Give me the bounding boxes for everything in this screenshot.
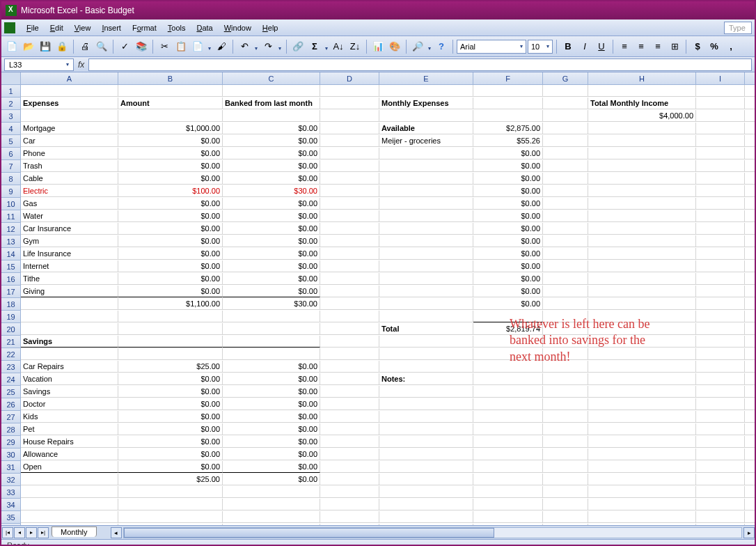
cell[interactable]: $0.00	[223, 123, 320, 134]
cell[interactable]: Gas	[21, 198, 118, 210]
tab-nav-next-icon[interactable]: ▸	[26, 527, 37, 538]
cell[interactable]: Trash	[21, 160, 118, 172]
menu-insert[interactable]: Insert	[96, 22, 127, 34]
cell[interactable]	[473, 511, 543, 523]
cell[interactable]	[473, 98, 543, 109]
cell[interactable]	[696, 298, 745, 310]
row-header[interactable]: 14	[1, 248, 21, 260]
cell[interactable]	[118, 85, 223, 97]
row-header[interactable]: 11	[1, 210, 21, 223]
row-header[interactable]: 26	[1, 398, 21, 411]
cell[interactable]: $0.00	[223, 461, 320, 473]
cell[interactable]	[320, 185, 379, 197]
cell[interactable]	[588, 499, 696, 510]
chart-wizard-icon[interactable]: 📊	[370, 39, 386, 54]
cell[interactable]	[588, 260, 696, 272]
cell[interactable]: $0.00	[473, 273, 543, 285]
cell[interactable]: Savings	[21, 386, 118, 398]
row-header[interactable]: 22	[1, 348, 21, 361]
cell[interactable]	[379, 286, 473, 297]
cell[interactable]: $0.00	[223, 135, 320, 147]
cell[interactable]: Meijer - groceries	[379, 135, 473, 147]
cell[interactable]: $0.00	[223, 398, 320, 410]
cell[interactable]	[588, 123, 696, 134]
menu-data[interactable]: Data	[191, 22, 218, 34]
cell[interactable]	[21, 474, 118, 485]
cell[interactable]: $0.00	[223, 474, 320, 485]
cell[interactable]: $55.26	[473, 135, 543, 147]
cell[interactable]: $0.00	[473, 235, 543, 247]
help-type-box[interactable]: Type	[724, 22, 752, 34]
cell[interactable]: Internet	[21, 260, 118, 272]
cell[interactable]: $0.00	[223, 198, 320, 210]
cell[interactable]	[320, 323, 379, 335]
cell[interactable]	[745, 148, 755, 159]
column-header[interactable]: F	[473, 72, 543, 85]
cell[interactable]	[379, 398, 473, 410]
cell[interactable]: $0.00	[473, 173, 543, 185]
cell[interactable]	[223, 336, 320, 348]
cell[interactable]	[745, 298, 755, 310]
row-header[interactable]: 27	[1, 411, 21, 423]
cell[interactable]	[745, 486, 755, 498]
cell[interactable]	[696, 486, 745, 498]
cell[interactable]: $25.00	[118, 361, 223, 373]
cell[interactable]	[379, 474, 473, 485]
cell[interactable]	[588, 273, 696, 285]
align-center-icon[interactable]: ≡	[633, 39, 649, 54]
cell[interactable]: $100.00	[118, 185, 223, 197]
bold-icon[interactable]: B	[560, 39, 576, 54]
cell[interactable]: $0.00	[223, 235, 320, 247]
sheet-tab-monthly[interactable]: Monthly	[52, 526, 97, 537]
cell[interactable]	[223, 348, 320, 360]
spelling-icon[interactable]: ✓	[117, 39, 132, 54]
cell[interactable]	[473, 386, 543, 398]
cell[interactable]	[543, 348, 588, 360]
cell[interactable]	[379, 235, 473, 247]
new-icon[interactable]: 📄	[4, 39, 19, 54]
row-header[interactable]: 28	[1, 423, 21, 436]
cell[interactable]	[320, 160, 379, 172]
cell[interactable]: $0.00	[118, 135, 223, 147]
cell[interactable]	[543, 474, 588, 485]
cell[interactable]	[379, 361, 473, 373]
cell[interactable]: Notes:	[379, 373, 473, 385]
redo-dropdown[interactable]: ▾	[277, 41, 283, 52]
hyperlink-icon[interactable]: 🔗	[290, 39, 306, 54]
cell[interactable]: Monthly Expenses	[379, 98, 473, 109]
cell[interactable]	[320, 123, 379, 134]
cell[interactable]	[745, 123, 755, 134]
cell[interactable]	[320, 298, 379, 310]
cell[interactable]	[1, 72, 21, 85]
cell[interactable]	[588, 173, 696, 185]
cell[interactable]: Amount	[118, 98, 223, 109]
cell[interactable]	[21, 298, 118, 310]
cell[interactable]: Expenses	[21, 98, 118, 109]
cell[interactable]	[543, 398, 588, 410]
cell[interactable]	[320, 135, 379, 147]
cell[interactable]	[320, 373, 379, 385]
cell[interactable]	[379, 386, 473, 398]
cell[interactable]	[320, 286, 379, 297]
row-header[interactable]: 9	[1, 185, 21, 198]
cell[interactable]	[745, 499, 755, 510]
cell[interactable]	[379, 248, 473, 260]
cell[interactable]	[588, 298, 696, 310]
cell[interactable]	[379, 260, 473, 272]
cell[interactable]	[696, 348, 745, 360]
row-header[interactable]: 4	[1, 123, 21, 135]
cell[interactable]	[320, 423, 379, 435]
cell[interactable]: Phone	[21, 148, 118, 159]
cell[interactable]	[588, 135, 696, 147]
row-header[interactable]: 7	[1, 160, 21, 173]
menu-file[interactable]: File	[21, 22, 45, 34]
cell[interactable]	[543, 248, 588, 260]
cell[interactable]	[745, 386, 755, 398]
cell[interactable]	[223, 511, 320, 523]
cell[interactable]	[320, 361, 379, 373]
tab-nav-last-icon[interactable]: ▸|	[38, 527, 49, 538]
cell[interactable]: $0.00	[473, 223, 543, 235]
row-header[interactable]: 32	[1, 474, 21, 486]
menu-window[interactable]: Window	[219, 22, 257, 34]
redo-icon[interactable]: ↷	[260, 39, 276, 54]
